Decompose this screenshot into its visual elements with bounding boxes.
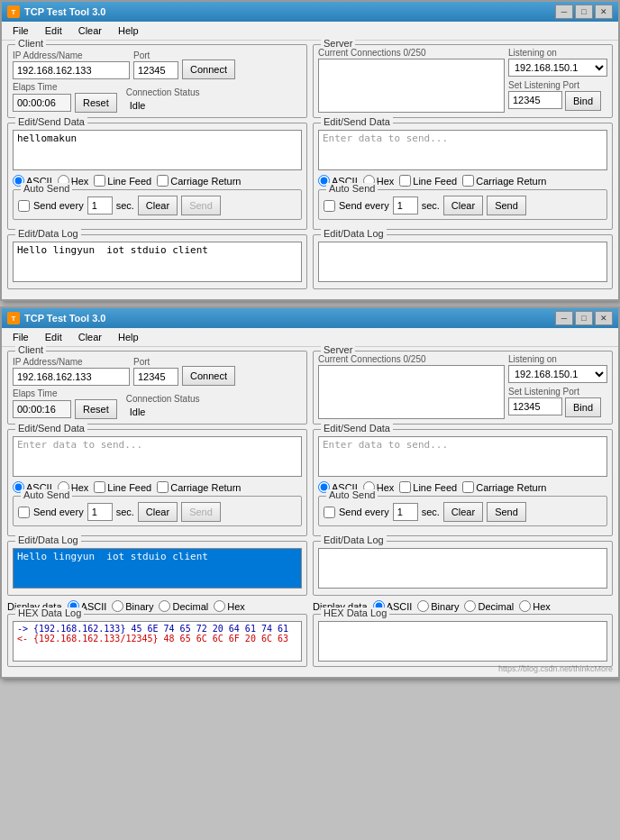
connect-btn-2[interactable]: Connect <box>182 366 235 386</box>
interval-input-s1[interactable] <box>393 196 418 215</box>
set-port-input-2[interactable] <box>508 397 562 415</box>
interval-input-s2[interactable] <box>393 503 418 521</box>
edit-send-server-group-2: Edit/Send Data Enter data to send... ASC… <box>313 429 613 536</box>
conn-status-label-1: Connection Status <box>126 87 200 97</box>
disp-hex-radio-2[interactable] <box>214 600 225 612</box>
log-server-textarea-1[interactable] <box>318 242 607 282</box>
hex-label-s1: Hex <box>377 176 395 187</box>
ip-input-2[interactable] <box>13 368 130 386</box>
disp-decimal-radio-2[interactable] <box>159 600 170 612</box>
linefeed-label-c2: Line Feed <box>107 482 151 493</box>
send-btn-server-1[interactable]: Send <box>487 196 526 215</box>
sec-label-s1: sec. <box>422 200 440 211</box>
log-server-label-1: Edit/Data Log <box>321 228 387 239</box>
minimize-btn-2[interactable]: ─ <box>555 311 573 325</box>
server-label-1: Server <box>321 38 355 49</box>
close-btn-1[interactable]: ✕ <box>595 5 613 19</box>
clear-btn-client-1[interactable]: Clear <box>138 196 178 215</box>
title-bar-2: T TCP Test Tool 3.0 ─ □ ✕ <box>2 308 618 328</box>
server-group-1: Server Current Connections 0/250 Listeni… <box>313 44 613 118</box>
edit-send-server-textarea-2[interactable]: Enter data to send... <box>318 436 607 477</box>
log-client-textarea-2[interactable]: Hello lingyun iot stduio client <box>13 548 302 589</box>
reset-btn-1[interactable]: Reset <box>75 93 117 113</box>
disp-binary-radio-2[interactable] <box>112 600 123 612</box>
port-input-1[interactable] <box>133 61 178 79</box>
linefeed-check-server-1[interactable] <box>399 175 411 187</box>
edit-send-client-textarea-2[interactable]: Enter data to send... <box>13 436 302 477</box>
set-port-input-1[interactable] <box>508 91 562 109</box>
maximize-btn-2[interactable]: □ <box>575 311 593 325</box>
ip-input-1[interactable] <box>13 61 130 79</box>
carriage-check-server-2[interactable] <box>462 481 474 493</box>
clear-btn-client-2[interactable]: Clear <box>138 502 178 522</box>
app-icon-2: T <box>7 312 20 324</box>
edit-send-server-label-1: Edit/Send Data <box>321 116 393 127</box>
window1-content: Client IP Address/Name Port Connect Elap… <box>2 41 618 299</box>
server-panel-2: Server Current Connections 0/250 Listeni… <box>313 351 613 671</box>
interval-input-c1[interactable] <box>87 196 113 215</box>
minimize-btn-1[interactable]: ─ <box>555 5 573 19</box>
menu-file-1[interactable]: File <box>5 23 36 38</box>
elapsed-label-1: Elaps Time <box>13 82 117 92</box>
carriage-check-server-1[interactable] <box>462 175 474 187</box>
close-btn-2[interactable]: ✕ <box>595 311 613 325</box>
log-client-label-1: Edit/Data Log <box>15 228 81 239</box>
clear-btn-server-2[interactable]: Clear <box>443 502 483 522</box>
menu-help-1[interactable]: Help <box>111 23 146 38</box>
interval-input-c2[interactable] <box>87 503 113 521</box>
carriage-check-client-2[interactable] <box>157 481 169 493</box>
send-every-label-s1: Send every <box>339 200 389 211</box>
menu-clear-1[interactable]: Clear <box>71 23 109 38</box>
disp-hex-radio-s2[interactable] <box>519 600 531 612</box>
port-input-2[interactable] <box>133 368 178 386</box>
window2-title: TCP Test Tool 3.0 <box>24 313 105 324</box>
bind-btn-1[interactable]: Bind <box>565 91 601 111</box>
linefeed-check-server-2[interactable] <box>399 481 411 493</box>
auto-send-label-c2: Auto Send <box>21 489 72 500</box>
edit-send-server-label-2: Edit/Send Data <box>321 423 393 434</box>
hex-label-c1: Hex <box>71 176 89 187</box>
edit-send-server-textarea-1[interactable]: Enter data to send... <box>318 130 607 170</box>
carriage-label-c1: Carriage Return <box>170 176 241 187</box>
log-server-group-1: Edit/Data Log <box>313 234 613 289</box>
send-every-check-c2[interactable] <box>18 507 30 518</box>
send-every-check-c1[interactable] <box>18 200 30 212</box>
reset-btn-2[interactable]: Reset <box>75 399 117 419</box>
menu-clear-2[interactable]: Clear <box>71 330 109 344</box>
menu-file-2[interactable]: File <box>5 330 36 344</box>
hex-log-client-group-2: HEX Data Log -> {192.168.162.133} 45 6E … <box>7 614 307 667</box>
elapsed-input-2 <box>13 400 71 418</box>
port-label-1: Port <box>133 50 178 60</box>
linefeed-check-client-1[interactable] <box>94 175 105 187</box>
server-label-2: Server <box>321 344 355 355</box>
connections-box-1 <box>318 59 505 113</box>
send-every-check-s2[interactable] <box>324 507 335 518</box>
clear-btn-server-1[interactable]: Clear <box>443 196 483 215</box>
send-every-check-s1[interactable] <box>324 200 335 212</box>
menu-help-2[interactable]: Help <box>111 330 146 344</box>
edit-send-client-group-1: Edit/Send Data hellomakun ASCII Hex Line… <box>7 123 307 230</box>
menu-edit-2[interactable]: Edit <box>38 330 69 344</box>
linefeed-label-s2: Line Feed <box>413 482 457 493</box>
connect-btn-1[interactable]: Connect <box>182 59 235 79</box>
maximize-btn-1[interactable]: □ <box>575 5 593 19</box>
disp-decimal-label-2: Decimal <box>172 601 208 612</box>
carriage-check-client-1[interactable] <box>157 175 169 187</box>
edit-send-client-textarea-1[interactable]: hellomakun <box>13 130 302 170</box>
conn-status-value-1: Idle <box>126 98 200 113</box>
send-btn-server-2[interactable]: Send <box>487 502 526 522</box>
disp-decimal-radio-s2[interactable] <box>464 600 476 612</box>
bind-btn-2[interactable]: Bind <box>565 397 601 417</box>
linefeed-check-client-2[interactable] <box>94 481 105 493</box>
send-btn-client-2[interactable]: Send <box>181 502 221 522</box>
disp-decimal-label-s2: Decimal <box>478 601 514 612</box>
carriage-label-s2: Carriage Return <box>476 482 546 493</box>
listening-select-1[interactable]: 192.168.150.1 <box>508 59 607 77</box>
listening-select-2[interactable]: 192.168.150.1 <box>508 365 607 383</box>
log-server-textarea-2[interactable] <box>318 548 607 589</box>
disp-binary-radio-s2[interactable] <box>417 600 429 612</box>
menu-edit-1[interactable]: Edit <box>38 23 69 38</box>
send-btn-client-1[interactable]: Send <box>181 196 221 215</box>
hex-log-server-group-2: HEX Data Log <box>313 614 613 667</box>
log-client-textarea-1[interactable]: Hello lingyun iot stduio client <box>13 242 302 282</box>
